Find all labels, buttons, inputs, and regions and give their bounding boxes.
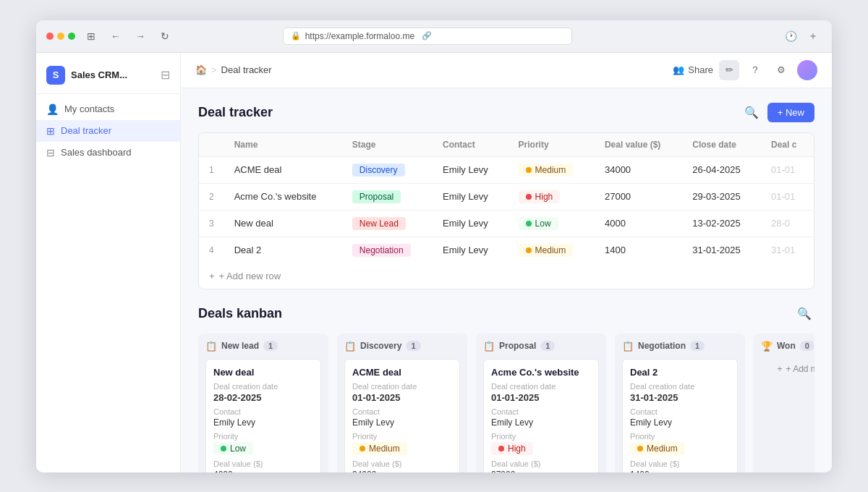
tab-grid-icon[interactable]: ⊞: [82, 27, 100, 45]
sidebar-app-title: Sales CRM...: [71, 69, 127, 80]
sidebar-expand-icon[interactable]: ⊟: [161, 68, 170, 82]
cell-close-date: 29-03-2025: [682, 183, 761, 210]
breadcrumb-separator: >: [211, 64, 217, 75]
card-contact: Emily Levy: [630, 417, 730, 428]
card-contact-label: Contact: [630, 407, 730, 416]
kanban-col-negotiation: 📋 Negotiation 1 Deal 2 Deal creation dat…: [615, 334, 745, 472]
kanban-col-icon: 📋: [622, 341, 634, 352]
kanban-header: Deals kanban 🔍: [198, 304, 814, 323]
cell-priority: High: [509, 183, 595, 210]
kanban-col-count: 0: [800, 341, 814, 351]
kanban-col-count: 1: [406, 341, 420, 351]
sidebar-item-sales-dashboard[interactable]: ⊟ Sales dashboard: [36, 142, 180, 164]
kanban-col-title: Proposal: [499, 341, 536, 351]
browser-actions: 🕐 ＋: [783, 27, 822, 45]
dot-maximize[interactable]: [68, 33, 75, 40]
table-search-button[interactable]: 🔍: [741, 103, 762, 122]
share-button[interactable]: 👥 Share: [673, 64, 713, 75]
card-creation-date-label: Deal creation date: [630, 382, 730, 391]
add-row-icon: +: [209, 271, 215, 281]
add-tab-button[interactable]: ＋: [804, 27, 822, 45]
address-bar[interactable]: 🔒 https://example.formaloo.me 🔗: [283, 27, 572, 45]
cell-deal-value: 27000: [595, 183, 682, 210]
sidebar-item-deal-tracker[interactable]: ⊞ Deal tracker: [36, 120, 180, 142]
kanban-col-title: Won: [777, 341, 796, 351]
cell-deal-value: 1400: [595, 237, 682, 263]
cell-priority: Low: [509, 210, 595, 237]
kanban-col-discovery: 📋 Discovery 1 ACME deal Deal creation da…: [337, 334, 467, 472]
sidebar-item-my-contacts[interactable]: 👤 My contacts: [36, 98, 180, 120]
kanban-card: Deal 2 Deal creation date 31-01-2025 Con…: [622, 359, 738, 472]
card-priority-label: Priority: [352, 432, 452, 441]
cell-stage: Proposal: [342, 183, 433, 210]
kanban-col-title: New lead: [221, 341, 259, 351]
back-button[interactable]: ←: [107, 27, 124, 45]
settings-button[interactable]: ⚙: [771, 60, 791, 80]
cell-close-date: 26-04-2025: [682, 156, 761, 183]
breadcrumb: 🏠 > Deal tracker: [195, 64, 272, 75]
share-icon: 👥: [673, 64, 684, 75]
cell-num: 4: [199, 237, 224, 263]
sidebar-item-label-contacts: My contacts: [64, 103, 114, 114]
table-row: 1 ACME deal Discovery Emily Levy Medium …: [199, 156, 814, 183]
section-actions: 🔍 + New: [741, 103, 814, 122]
kanban-section: Deals kanban 🔍 📋 New lead 1 New deal Dea…: [181, 304, 832, 472]
cell-num: 3: [199, 210, 224, 237]
dot-minimize[interactable]: [57, 33, 64, 40]
kanban-col-icon: 📋: [483, 341, 495, 352]
link-icon: 🔗: [422, 31, 432, 41]
col-priority: Priority: [509, 133, 595, 157]
cell-num: 2: [199, 183, 224, 210]
browser-window: ⊞ ← → ↻ 🔒 https://example.formaloo.me 🔗 …: [36, 20, 832, 472]
cell-name: Acme Co.'s website: [224, 183, 342, 210]
home-icon[interactable]: 🏠: [195, 64, 207, 75]
deal-table: Name Stage Contact Priority Deal value (…: [199, 133, 814, 263]
col-name: Name: [224, 133, 342, 157]
kanban-col-count: 1: [540, 341, 555, 351]
card-title: Acme Co.'s website: [491, 367, 591, 378]
card-creation-date-label: Deal creation date: [213, 382, 313, 391]
clock-icon[interactable]: 🕐: [783, 27, 800, 45]
help-button[interactable]: ?: [745, 60, 765, 80]
refresh-button[interactable]: ↻: [156, 27, 174, 45]
cell-name: New deal: [224, 210, 342, 237]
breadcrumb-current: Deal tracker: [221, 64, 272, 75]
card-title: Deal 2: [630, 367, 730, 378]
card-creation-date: 28-02-2025: [213, 392, 313, 403]
cell-extra: 31-01: [761, 237, 814, 263]
cell-close-date: 13-02-2025: [682, 210, 761, 237]
cell-priority: Medium: [509, 237, 595, 263]
add-row-button[interactable]: + + Add new row: [199, 263, 814, 289]
avatar[interactable]: [797, 60, 817, 80]
new-deal-button[interactable]: + New: [767, 103, 814, 122]
card-priority: Medium: [630, 442, 730, 455]
card-creation-date: 01-01-2025: [352, 392, 452, 403]
kanban-col-header: 🏆 Won 0: [761, 341, 814, 352]
topbar: 🏠 > Deal tracker 👥 Share ✏ ? ⚙: [181, 53, 832, 88]
cell-stage: Negotiation: [342, 237, 433, 263]
edit-button[interactable]: ✏: [719, 60, 739, 80]
cell-close-date: 31-01-2025: [682, 237, 761, 263]
kanban-col-icon: 📋: [344, 341, 356, 352]
lock-icon: 🔒: [291, 31, 301, 41]
deal-table-container: Name Stage Contact Priority Deal value (…: [198, 132, 814, 289]
main-content: 🏠 > Deal tracker 👥 Share ✏ ? ⚙: [181, 53, 832, 472]
card-deal-value-label: Deal value ($): [491, 459, 591, 468]
cell-extra: 01-01: [761, 156, 814, 183]
kanban-search-button[interactable]: 🔍: [794, 304, 814, 323]
section-title: Deal tracker: [198, 105, 273, 120]
col-stage: Stage: [342, 133, 433, 157]
cell-name: ACME deal: [224, 156, 342, 183]
forward-button[interactable]: →: [132, 27, 149, 45]
card-title: New deal: [213, 367, 313, 378]
cell-contact: Emily Levy: [433, 183, 509, 210]
cell-priority: Medium: [509, 156, 595, 183]
add-card-button[interactable]: + + Add new card: [761, 359, 814, 379]
sidebar-logo: S: [46, 66, 65, 85]
col-num: [199, 133, 224, 157]
kanban-col-title: Negotiation: [638, 341, 686, 351]
kanban-col-title: Discovery: [360, 341, 401, 351]
dot-close[interactable]: [46, 33, 54, 40]
kanban-card: ACME deal Deal creation date 01-01-2025 …: [344, 359, 460, 472]
card-deal-value: 27000: [491, 470, 591, 472]
